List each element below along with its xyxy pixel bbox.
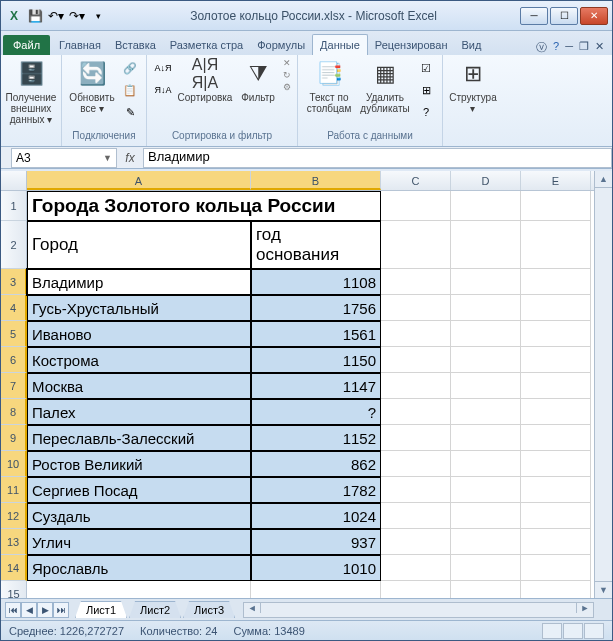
sheet-nav-prev-icon[interactable]: ◀ [21,602,37,618]
data-city[interactable]: Москва [27,373,251,399]
data-year[interactable]: 1147 [251,373,381,399]
redo-icon[interactable]: ↷▾ [68,7,86,25]
view-pagebreak-icon[interactable] [584,623,604,639]
cell[interactable] [381,503,451,529]
close-button[interactable]: ✕ [580,7,608,25]
data-validation-icon[interactable]: ☑ [416,58,436,78]
cell[interactable] [451,581,521,598]
row-header-4[interactable]: 4 [1,295,27,321]
cell[interactable] [521,295,591,321]
title-cell[interactable]: Города Золотого кольца России [27,191,381,221]
connections-icon[interactable]: 🔗 [120,58,140,78]
ribbon-minimize-icon[interactable]: ⓥ [536,40,547,55]
data-year[interactable]: 1150 [251,347,381,373]
get-external-data-button[interactable]: 🗄️ Получение внешних данных ▾ [7,58,55,125]
data-city[interactable]: Кострома [27,347,251,373]
cell[interactable] [451,425,521,451]
worksheet-grid[interactable]: A B C D E 123456789101112131415 Города З… [1,171,612,598]
header-year[interactable]: год основания [251,221,381,269]
remove-duplicates-button[interactable]: ▦ Удалить дубликаты [358,58,412,114]
cell[interactable] [451,347,521,373]
cell[interactable] [381,191,451,221]
cell[interactable] [381,347,451,373]
sort-asc-button[interactable]: А↓Я [153,58,173,78]
cell[interactable] [451,373,521,399]
tab-insert[interactable]: Вставка [108,35,163,55]
sheet-tab-1[interactable]: Лист1 [75,601,127,618]
cell[interactable] [381,425,451,451]
cell[interactable] [381,451,451,477]
data-year[interactable]: 937 [251,529,381,555]
row-header-3[interactable]: 3 [1,269,27,295]
cell[interactable] [451,399,521,425]
consolidate-icon[interactable]: ⊞ [416,80,436,100]
cell[interactable] [451,321,521,347]
row-header-7[interactable]: 7 [1,373,27,399]
cell[interactable] [451,221,521,269]
col-header-D[interactable]: D [451,171,521,190]
cell[interactable] [381,529,451,555]
tab-data[interactable]: Данные [312,34,368,55]
cell[interactable] [521,477,591,503]
data-year[interactable]: 1010 [251,555,381,581]
row-header-13[interactable]: 13 [1,529,27,555]
cell[interactable] [521,555,591,581]
row-header-8[interactable]: 8 [1,399,27,425]
cell[interactable] [521,347,591,373]
data-year[interactable]: 1561 [251,321,381,347]
cell[interactable] [451,295,521,321]
cell[interactable] [381,295,451,321]
data-year[interactable]: 1024 [251,503,381,529]
data-city[interactable]: Ярославль [27,555,251,581]
cell[interactable] [451,451,521,477]
select-all-corner[interactable] [1,171,27,190]
edit-links-icon[interactable]: ✎ [120,102,140,122]
sheet-tab-3[interactable]: Лист3 [183,601,235,618]
mdi-restore-icon[interactable]: ❐ [579,40,589,55]
view-pagelayout-icon[interactable] [563,623,583,639]
cell[interactable] [451,529,521,555]
sort-desc-button[interactable]: Я↓А [153,80,173,100]
cell[interactable] [521,191,591,221]
view-normal-icon[interactable] [542,623,562,639]
data-city[interactable]: Суздаль [27,503,251,529]
tab-file[interactable]: Файл [3,35,50,55]
cell[interactable] [521,399,591,425]
row-header-5[interactable]: 5 [1,321,27,347]
qat-more-icon[interactable]: ▾ [89,7,107,25]
cell[interactable] [27,581,251,598]
row-header-6[interactable]: 6 [1,347,27,373]
sheet-tab-2[interactable]: Лист2 [129,601,181,618]
cell[interactable] [521,503,591,529]
data-year[interactable]: 1108 [251,269,381,295]
minimize-button[interactable]: ─ [520,7,548,25]
what-if-icon[interactable]: ? [416,102,436,122]
row-header-14[interactable]: 14 [1,555,27,581]
row-header-10[interactable]: 10 [1,451,27,477]
cell[interactable] [451,269,521,295]
cell[interactable] [251,581,381,598]
cell[interactable] [451,191,521,221]
horizontal-scrollbar[interactable] [243,602,594,618]
data-year[interactable]: 1782 [251,477,381,503]
cell[interactable] [451,503,521,529]
cell[interactable] [521,451,591,477]
tab-review[interactable]: Рецензирован [368,35,455,55]
chevron-down-icon[interactable]: ▼ [103,153,112,163]
header-city[interactable]: Город [27,221,251,269]
cell[interactable] [521,425,591,451]
col-header-E[interactable]: E [521,171,591,190]
data-city[interactable]: Палех [27,399,251,425]
cell[interactable] [381,321,451,347]
tab-view[interactable]: Вид [455,35,489,55]
outline-button[interactable]: ⊞ Структура ▾ [449,58,497,114]
row-header-1[interactable]: 1 [1,191,27,221]
data-year[interactable]: 1756 [251,295,381,321]
tab-formulas[interactable]: Формулы [250,35,312,55]
data-city[interactable]: Углич [27,529,251,555]
text-to-columns-button[interactable]: 📑 Текст по столбцам [304,58,354,114]
data-city[interactable]: Переславль-Залесский [27,425,251,451]
row-header-15[interactable]: 15 [1,581,27,598]
mdi-close-icon[interactable]: ✕ [595,40,604,55]
row-header-12[interactable]: 12 [1,503,27,529]
